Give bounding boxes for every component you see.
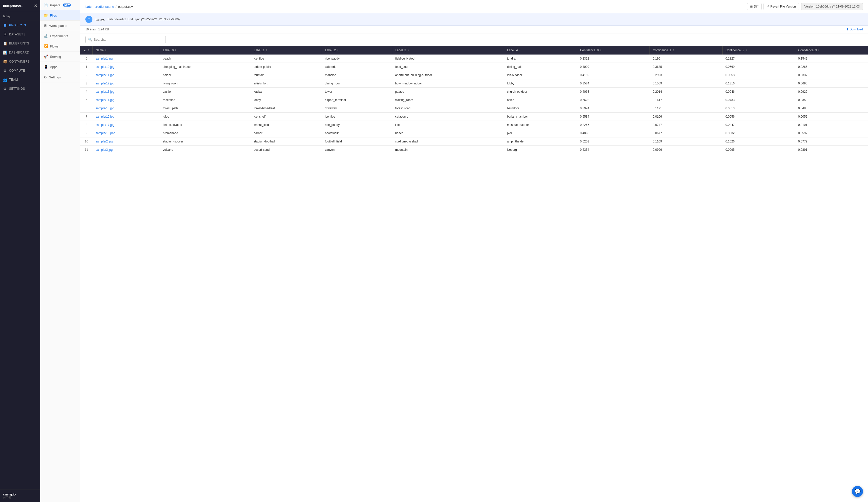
download-label: Download [850, 28, 863, 31]
sec-item-label: Workspaces [49, 24, 67, 28]
sec-item-flows[interactable]: 🔀Flows [40, 41, 80, 51]
col-header-name[interactable]: Name⇕ [92, 46, 160, 54]
cell-label1: stadium-football [251, 137, 322, 146]
cell-idx: 11 [80, 146, 92, 154]
cell-label4: dining_hall [504, 63, 577, 71]
cell-idx: 5 [80, 96, 92, 104]
table-row: 11sample/3.jpgvolcanodesert-sandcanyonmo… [80, 146, 868, 154]
cell-conf1: 0.1121 [650, 104, 723, 113]
diff-button[interactable]: ⊞ Diff [747, 3, 762, 10]
table-row: 2sample/11.jpgpalacefountainmansionapart… [80, 71, 868, 79]
file-size: 1.94 KB [98, 28, 109, 31]
sidebar-item-containers[interactable]: 📦CONTAINERS [0, 57, 40, 66]
cell-name: sample/14.jpg [92, 96, 160, 104]
sidebar-item-label: BLUEPRINTS [9, 42, 29, 45]
cell-conf2: 0.1827 [722, 54, 795, 63]
sidebar-item-blueprints[interactable]: 📋BLUEPRINTS [0, 39, 40, 48]
table-row: 4sample/13.jpgcastlekasbahtowerpalacechu… [80, 88, 868, 96]
sidebar-item-label: PROJECTS [9, 24, 26, 27]
col-header-conf3[interactable]: Confidence_3⇕ [795, 46, 868, 54]
cell-conf0: 0.3974 [577, 104, 650, 113]
table-row: 3sample/12.jpgliving_roomartists_loftdin… [80, 79, 868, 88]
cell-label0: promenade [160, 129, 251, 137]
sec-item-settings2[interactable]: ⚙Settings [40, 72, 80, 82]
cell-conf1: 0.3635 [650, 63, 723, 71]
cell-label2: boardwalk [322, 129, 392, 137]
col-header-label0[interactable]: Label_0⇕ [160, 46, 251, 54]
sidebar-item-label: COMPUTE [9, 69, 25, 72]
experiments-icon: 🔬 [44, 34, 48, 38]
cell-label1: forest-broadleaf [251, 104, 322, 113]
cell-label0: field-cultivated [160, 121, 251, 129]
cell-label1: ice_floe [251, 54, 322, 63]
cell-conf0: 0.4192 [577, 71, 650, 79]
chat-bubble[interactable]: 💬 [852, 486, 863, 497]
cell-label2: mansion [322, 71, 392, 79]
cell-label0: palace [160, 71, 251, 79]
sidebar-item-settings[interactable]: ⚙SETTINGS [0, 84, 40, 93]
cell-conf0: 0.9534 [577, 113, 650, 121]
sidebar-item-datasets[interactable]: 🗄DATASETS [0, 30, 40, 39]
search-input-wrap: 🔍 [85, 36, 166, 43]
table-row: 0sample/1.jpgbeachice_floerice_paddyfiel… [80, 54, 868, 63]
sidebar-item-projects[interactable]: ⊞PROJECTS [0, 21, 40, 30]
sec-item-files[interactable]: 📁Files [40, 10, 80, 21]
sidebar-item-compute[interactable]: ⚙COMPUTE [0, 66, 40, 75]
cell-conf3: 0.0891 [795, 146, 868, 154]
file-lines: 19 lines [85, 28, 96, 31]
cell-label4: burial_chamber [504, 113, 577, 121]
projects-icon: ⊞ [3, 23, 7, 27]
sec-item-serving[interactable]: 🚀Serving [40, 51, 80, 62]
cell-conf0: 0.4898 [577, 129, 650, 137]
revert-button[interactable]: ↺ Revert File Version [764, 3, 799, 10]
cell-conf3: 0.0779 [795, 137, 868, 146]
close-icon[interactable]: ✕ [34, 3, 37, 8]
col-header-label1[interactable]: Label_1⇕ [251, 46, 322, 54]
col-header-conf0[interactable]: Confidence_0⇕ [577, 46, 650, 54]
sort-icon-conf1: ⇕ [672, 49, 674, 52]
sidebar-item-dashboard[interactable]: 📊DASHBOARD [0, 48, 40, 57]
col-header-label3[interactable]: Label_3⇕ [392, 46, 504, 54]
cell-conf2: 0.0513 [722, 104, 795, 113]
search-icon: 🔍 [88, 38, 92, 41]
cell-label0: castle [160, 88, 251, 96]
search-input[interactable] [94, 38, 163, 41]
cell-name: sample/11.jpg [92, 71, 160, 79]
sidebar-item-label: DASHBOARD [9, 51, 29, 54]
cell-label0: stadium-soccer [160, 137, 251, 146]
download-link[interactable]: ⬇ Download [846, 28, 863, 31]
sec-item-experiments[interactable]: 🔬Experiments [40, 31, 80, 41]
cell-conf1: 0.0677 [650, 129, 723, 137]
cell-conf0: 0.3584 [577, 79, 650, 88]
cell-label1: artists_loft [251, 79, 322, 88]
sidebar-item-team[interactable]: 👥TEAM [0, 75, 40, 84]
col-header-label4[interactable]: Label_4⇕ [504, 46, 577, 54]
sidebar-footer: cnvrg.io v4.7.43 [0, 489, 40, 502]
sec-item-workspaces[interactable]: 🖥Workspaces [40, 21, 80, 31]
cell-label0: beach [160, 54, 251, 63]
sidebar-item-label: TEAM [9, 78, 18, 81]
sidebar-item-label: DATASETS [9, 33, 25, 36]
col-header-idx[interactable]: ▲⇕ [80, 46, 92, 54]
table-row: 6sample/15.jpgforest_pathforest-broadlea… [80, 104, 868, 113]
sort-icon-conf2: ⇕ [745, 49, 747, 52]
cell-label1: ice_shelf [251, 113, 322, 121]
cell-conf2: 0.1316 [722, 79, 795, 88]
cell-label2: driveway [322, 104, 392, 113]
sec-item-label: Apps [50, 65, 58, 69]
cell-label2: cafeteria [322, 63, 392, 71]
col-header-label2[interactable]: Label_2⇕ [322, 46, 392, 54]
cell-idx: 7 [80, 113, 92, 121]
cell-conf2: 0.0056 [722, 113, 795, 121]
cell-label1: harbor [251, 129, 322, 137]
cell-conf1: 0.1559 [650, 79, 723, 88]
breadcrumb-link[interactable]: batch-predict-scene [85, 5, 114, 9]
cell-name: sample/12.jpg [92, 79, 160, 88]
commit-avatar: T [85, 16, 92, 23]
sec-item-papers[interactable]: 📄PapersNEW [40, 0, 80, 10]
cell-label1: kasbah [251, 88, 322, 96]
cell-label3: bow_window-indoor [392, 79, 504, 88]
col-header-conf1[interactable]: Confidence_1⇕ [650, 46, 723, 54]
col-header-conf2[interactable]: Confidence_2⇕ [722, 46, 795, 54]
sec-item-apps[interactable]: 📱Apps [40, 62, 80, 72]
